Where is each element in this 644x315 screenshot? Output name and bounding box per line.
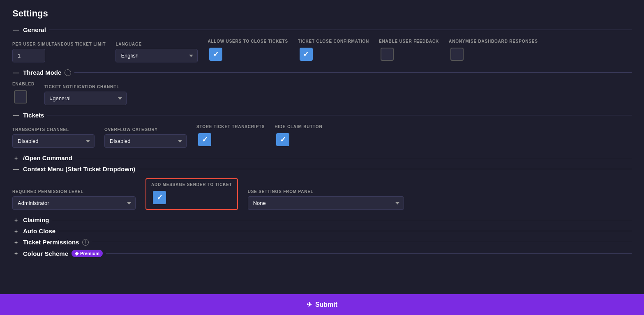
section-context-menu-header: — Context Menu (Start Ticket Dropdown) [12,166,632,172]
thread-info-icon: i [65,69,71,76]
submit-bar[interactable]: ✈ Submit [0,294,644,315]
anonymise-checkbox[interactable] [450,48,464,61]
section-tickets-header: — Tickets [12,112,632,119]
section-ticket-permissions-header: + Ticket Permissions i [12,239,632,246]
notification-channel-group: TICKET NOTIFICATION CHANNEL #general #ti… [44,85,127,105]
section-general-header: — General [12,26,632,33]
overflow-category-group: OVERFLOW CATEGORY Disabled [104,127,187,148]
hide-claim-wrapper [275,131,291,148]
per-user-limit-input[interactable] [12,49,45,62]
use-settings-panel-select[interactable]: None [248,196,404,210]
required-permission-group: REQUIRED PERMISSION LEVEL Administrator … [12,189,136,210]
context-menu-section-title: Context Menu (Start Ticket Dropdown) [23,166,135,172]
thread-enabled-group: ENABLED [12,82,35,105]
notification-channel-label: TICKET NOTIFICATION CHANNEL [44,85,127,89]
diamond-icon: ◆ [75,251,78,256]
per-user-limit-label: PER USER SIMULTANEOUS TICKET LIMIT [12,42,106,46]
close-confirmation-label: TICKET CLOSE CONFIRMATION [298,39,369,44]
premium-label: Premium [80,251,99,256]
hide-claim-label: HIDE CLAIM BUTTON [275,124,322,129]
thread-enabled-wrapper [12,89,29,105]
store-transcripts-label: STORE TICKET TRANSCRIPTS [196,124,265,129]
transcripts-channel-group: TRANSCRIPTS CHANNEL Disabled [12,127,95,148]
tickets-section-title: Tickets [23,112,44,119]
overflow-category-select[interactable]: Disabled [104,134,187,148]
allow-close-checkbox-wrapper [208,46,224,62]
transcripts-channel-select[interactable]: Disabled [12,134,95,148]
language-select[interactable]: English French German Spanish [115,49,198,62]
tickets-fields-row: TRANSCRIPTS CHANNEL Disabled OVERFLOW CA… [12,124,632,148]
ticket-permissions-collapse-btn[interactable]: + [12,239,20,246]
ticket-permissions-info-icon: i [82,239,89,246]
colour-scheme-divider [106,253,632,254]
overflow-category-label: OVERFLOW CATEGORY [104,127,187,132]
claiming-section-title: Claiming [23,216,49,223]
use-settings-panel-label: USE SETTINGS FROM PANEL [248,189,404,194]
general-divider [49,30,632,30]
notification-channel-select[interactable]: #general #tickets #support [44,92,127,105]
language-label: LANGUAGE [115,42,198,46]
add-message-sender-highlighted: ADD MESSAGE SENDER TO TICKET [145,178,238,210]
submit-icon: ✈ [307,301,312,308]
user-feedback-group: ENABLE USER FEEDBACK [379,39,439,62]
page-title: Settings [12,8,632,19]
claiming-divider [52,220,632,220]
colour-scheme-section-title: Colour Scheme [23,250,68,257]
close-confirmation-checkbox[interactable] [300,48,313,61]
general-collapse-btn[interactable]: — [12,27,20,33]
premium-badge: ◆ Premium [72,250,103,257]
required-permission-select[interactable]: Administrator Moderator Member [12,196,136,210]
use-settings-panel-group: USE SETTINGS FROM PANEL None [248,189,404,210]
auto-close-section-title: Auto Close [23,228,55,235]
general-fields-row: PER USER SIMULTANEOUS TICKET LIMIT LANGU… [12,39,632,62]
store-transcripts-group: STORE TICKET TRANSCRIPTS [196,124,265,148]
allow-close-label: ALLOW USERS TO CLOSE TICKETS [208,39,288,44]
add-message-sender-group: ADD MESSAGE SENDER TO TICKET [145,178,238,210]
per-user-limit-group: PER USER SIMULTANEOUS TICKET LIMIT [12,42,106,62]
thread-collapse-btn[interactable]: — [12,69,20,76]
section-claiming-header: + Claiming [12,216,632,223]
ticket-permissions-divider [92,242,632,242]
add-message-sender-wrapper [151,189,168,206]
close-confirmation-group: TICKET CLOSE CONFIRMATION [298,39,369,62]
auto-close-collapse-btn[interactable]: + [12,228,20,235]
user-feedback-checkbox[interactable] [381,48,394,61]
submit-label: Submit [315,301,337,308]
thread-divider [74,72,632,73]
submit-button[interactable]: ✈ Submit [307,301,337,308]
user-feedback-checkbox-wrapper [379,46,395,62]
add-message-sender-checkbox[interactable] [153,191,166,204]
open-command-divider [76,158,632,158]
claiming-collapse-btn[interactable]: + [12,217,20,223]
settings-area: Settings — General PER USER SIMULTANEOUS… [0,0,644,294]
general-section-title: General [23,26,46,33]
colour-scheme-collapse-btn[interactable]: + [12,250,20,257]
allow-close-checkbox[interactable] [209,48,222,61]
store-transcripts-checkbox[interactable] [198,133,211,146]
context-menu-collapse-btn[interactable]: — [12,166,20,172]
context-menu-fields-row: REQUIRED PERMISSION LEVEL Administrator … [12,178,632,210]
anonymise-group: ANONYMISE DASHBOARD RESPONSES [449,39,538,62]
auto-close-divider [59,231,632,231]
section-open-command-header: + /Open Command [12,154,632,161]
hide-claim-checkbox[interactable] [276,133,289,146]
section-thread-header: — Thread Mode i [12,69,632,76]
thread-enabled-checkbox[interactable] [14,90,27,103]
open-command-section-title: /Open Command [23,154,72,161]
thread-section-title: Thread Mode [23,69,61,76]
close-confirmation-checkbox-wrapper [298,46,314,62]
user-feedback-label: ENABLE USER FEEDBACK [379,39,439,44]
section-colour-scheme-header: + Colour Scheme ◆ Premium [12,250,632,257]
anonymise-label: ANONYMISE DASHBOARD RESPONSES [449,39,538,44]
transcripts-channel-label: TRANSCRIPTS CHANNEL [12,127,95,132]
anonymise-checkbox-wrapper [449,46,465,62]
open-command-collapse-btn[interactable]: + [12,155,20,161]
language-group: LANGUAGE English French German Spanish [115,42,198,62]
section-auto-close-header: + Auto Close [12,228,632,235]
ticket-permissions-section-title: Ticket Permissions [23,239,79,246]
thread-fields-row: ENABLED TICKET NOTIFICATION CHANNEL #gen… [12,82,632,105]
context-menu-divider [138,169,632,169]
tickets-collapse-btn[interactable]: — [12,112,20,119]
hide-claim-group: HIDE CLAIM BUTTON [275,124,322,148]
required-permission-label: REQUIRED PERMISSION LEVEL [12,189,136,194]
